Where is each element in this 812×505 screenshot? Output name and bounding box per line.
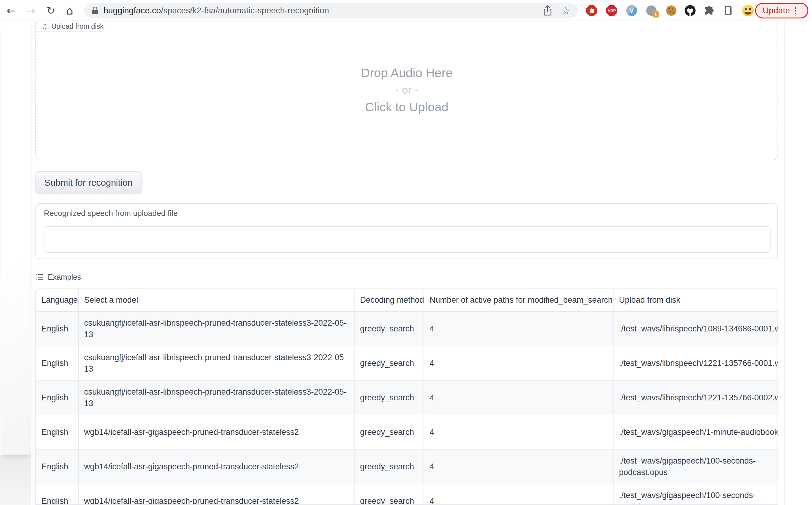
cell-file[interactable]: ./test_wavs/librispeech/1221-135766-0002… <box>613 380 778 415</box>
bookmark-star-icon[interactable]: ☆ <box>561 5 570 16</box>
example-row[interactable]: English csukuangfj/icefall-asr-librispee… <box>36 312 778 346</box>
page-left-lower-background <box>0 455 31 505</box>
url-text: huggingface.co/spaces/k2-fsa/automatic-s… <box>104 6 329 15</box>
examples-header: Examples <box>35 273 81 282</box>
output-textbox[interactable] <box>44 226 771 253</box>
v-label: V <box>630 7 634 14</box>
cookie-icon[interactable] <box>666 5 677 16</box>
update-label: Update <box>763 6 790 15</box>
example-row[interactable]: English wgb14/icefall-asr-gigaspeech-pru… <box>36 449 778 484</box>
app-left-border <box>30 21 31 505</box>
address-bar[interactable]: huggingface.co/spaces/k2-fsa/automatic-s… <box>84 3 578 18</box>
v-ball-icon[interactable]: V <box>626 5 638 16</box>
examples-label: Examples <box>48 273 81 282</box>
app-right-border <box>785 21 785 505</box>
col-decoding-method: Decoding method <box>354 289 424 312</box>
col-upload-from-disk: Upload from disk <box>613 289 778 312</box>
cell-model[interactable]: csukuangfj/icefall-asr-librispeech-prune… <box>78 346 354 380</box>
cell-model[interactable]: csukuangfj/icefall-asr-librispeech-prune… <box>78 312 354 346</box>
cell-model[interactable]: wgb14/icefall-asr-gigaspeech-pruned-tran… <box>78 415 354 449</box>
url-domain: huggingface.co <box>104 6 161 15</box>
cell-decoding[interactable]: greedy_search <box>354 380 424 415</box>
examples-table: Language Select a model Decoding method … <box>35 289 778 505</box>
cell-paths[interactable]: 4 <box>424 312 613 346</box>
extension-badge: 1 <box>653 11 659 18</box>
cell-model[interactable]: csukuangfj/icefall-asr-librispeech-prune… <box>78 380 354 415</box>
examples-header-row: Language Select a model Decoding method … <box>36 289 778 312</box>
drop-audio-here-text: Drop Audio Here <box>35 64 778 81</box>
cell-model[interactable]: wgb14/icefall-asr-gigaspeech-pruned-tran… <box>78 484 354 505</box>
url-path: /spaces/k2-fsa/automatic-speech-recognit… <box>161 6 329 15</box>
submit-for-recognition-button[interactable]: Submit for recognition <box>35 171 142 194</box>
example-row[interactable]: English csukuangfj/icefall-asr-librispee… <box>36 346 778 380</box>
browser-menu-icon[interactable] <box>795 7 796 14</box>
cell-language[interactable]: English <box>36 449 78 484</box>
github-icon[interactable] <box>684 5 696 16</box>
chrome-update-button[interactable]: Update <box>755 3 808 18</box>
reload-button[interactable]: ↻ <box>44 4 57 17</box>
back-button[interactable]: ← <box>4 4 18 17</box>
cell-file[interactable]: ./test_wavs/gigaspeech/100-seconds-podca… <box>613 449 778 484</box>
tab-label: Upload from disk <box>51 22 104 30</box>
cell-decoding[interactable]: greedy_search <box>354 449 424 484</box>
cell-paths[interactable]: 4 <box>424 346 613 380</box>
cell-decoding[interactable]: greedy_search <box>354 312 424 346</box>
forward-button[interactable]: → <box>24 4 37 17</box>
adblock-hand-icon[interactable] <box>586 5 597 16</box>
music-note-icon: ♫ <box>41 23 48 30</box>
abp-label: ABP <box>607 8 616 13</box>
recognized-speech-panel: Recognized speech from uploaded file <box>35 203 778 259</box>
cell-file[interactable]: ./test_wavs/gigaspeech/1-minute-audioboo… <box>613 415 778 449</box>
abp-icon[interactable]: ABP <box>606 5 618 16</box>
click-to-upload-text[interactable]: Click to Upload <box>35 98 778 116</box>
cell-paths[interactable]: 4 <box>424 449 613 484</box>
cell-file[interactable]: ./test_wavs/gigaspeech/100-seconds-youtu… <box>613 484 778 505</box>
browser-toolbar: ← → ↻ ⌂ huggingface.co/spaces/k2-fsa/aut… <box>0 0 812 21</box>
side-panel-icon[interactable] <box>722 5 734 16</box>
cell-language[interactable]: English <box>36 484 78 505</box>
cell-decoding[interactable]: greedy_search <box>354 484 424 505</box>
cell-model[interactable]: wgb14/icefall-asr-gigaspeech-pruned-tran… <box>78 449 354 484</box>
page-left-panel <box>1 19 30 455</box>
output-label: Recognized speech from uploaded file <box>44 209 177 218</box>
example-row[interactable]: English wgb14/icefall-asr-gigaspeech-pru… <box>36 484 778 505</box>
cell-language[interactable]: English <box>36 312 78 346</box>
cell-paths[interactable]: 4 <box>424 415 613 449</box>
col-language: Language <box>36 289 78 312</box>
examples-list-icon <box>35 273 43 281</box>
smiley-extension-icon[interactable] <box>742 5 754 16</box>
cell-decoding[interactable]: greedy_search <box>354 415 424 449</box>
cell-language[interactable]: English <box>36 415 78 449</box>
lock-icon <box>91 6 99 15</box>
cell-paths[interactable]: 4 <box>424 380 613 415</box>
tab-upload-from-disk[interactable]: ♫ Upload from disk <box>36 21 104 32</box>
dropzone-hint: Drop Audio Here - or - Click to Upload <box>35 64 778 116</box>
cell-decoding[interactable]: greedy_search <box>354 346 424 380</box>
example-row[interactable]: English csukuangfj/icefall-asr-librispee… <box>36 380 778 415</box>
cell-file[interactable]: ./test_wavs/librispeech/1089-134686-0001… <box>613 312 778 346</box>
cell-language[interactable]: English <box>36 346 78 380</box>
cell-language[interactable]: English <box>36 380 78 415</box>
puzzle-extensions-icon[interactable] <box>703 5 715 16</box>
cell-file[interactable]: ./test_wavs/librispeech/1221-135766-0001… <box>613 346 778 380</box>
disabled-extension-icon[interactable]: 1 <box>646 5 657 16</box>
or-text: - or - <box>35 81 778 98</box>
home-button[interactable]: ⌂ <box>63 4 76 17</box>
col-num-active-paths: Number of active paths for modified_beam… <box>424 289 613 312</box>
cell-paths[interactable]: 4 <box>424 484 613 505</box>
share-icon[interactable] <box>543 5 552 16</box>
col-select-a-model: Select a model <box>78 289 354 312</box>
example-row[interactable]: English wgb14/icefall-asr-gigaspeech-pru… <box>36 415 778 449</box>
